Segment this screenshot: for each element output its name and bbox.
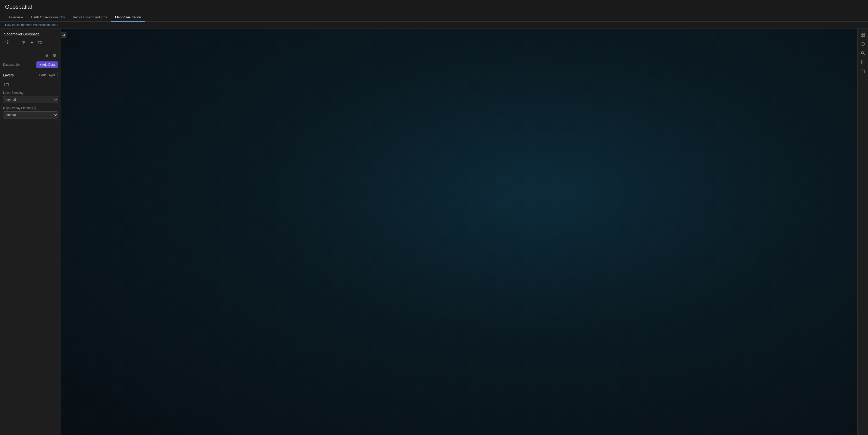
list-view-btn[interactable] bbox=[43, 52, 50, 59]
view-toggle bbox=[3, 52, 58, 59]
datasets-section: Datasets (0) + Add Data bbox=[3, 61, 58, 68]
list-tool-button[interactable] bbox=[859, 58, 867, 66]
svg-rect-124 bbox=[862, 52, 863, 54]
lightning-tab-icon[interactable] bbox=[28, 39, 36, 47]
svg-rect-125 bbox=[861, 61, 862, 62]
svg-rect-118 bbox=[863, 35, 865, 36]
grid-view-btn[interactable] bbox=[51, 52, 58, 59]
map-background bbox=[61, 29, 857, 435]
sidebar-icon-tabs bbox=[0, 39, 61, 49]
tabs-nav: Overview Earth Observation jobs Vector E… bbox=[5, 13, 863, 21]
filter-tab-icon[interactable] bbox=[20, 39, 28, 47]
svg-rect-117 bbox=[861, 35, 863, 36]
info-bar-link[interactable]: How to use the map visualization tool bbox=[5, 23, 56, 27]
map-overlay-info-icon: i bbox=[34, 107, 37, 110]
layer-blending-select[interactable]: normal screen multiply overlay darken li… bbox=[3, 96, 58, 103]
add-data-button[interactable]: + Add Data bbox=[36, 61, 58, 68]
svg-rect-116 bbox=[863, 33, 865, 34]
tab-overview[interactable]: Overview bbox=[5, 13, 27, 22]
layer-folder-icon bbox=[3, 81, 10, 88]
sidebar: Sagemaker Geospatial bbox=[0, 29, 61, 435]
svg-line-123 bbox=[864, 54, 865, 55]
grid-tool-button[interactable] bbox=[859, 31, 867, 39]
main-layout: Sagemaker Geospatial bbox=[0, 29, 868, 435]
svg-rect-115 bbox=[861, 33, 863, 34]
tab-vector-enrichment[interactable]: Vector Enrichment jobs bbox=[69, 13, 111, 22]
sidebar-title: Sagemaker Geospatial bbox=[0, 29, 61, 39]
cube-tool-button[interactable] bbox=[859, 40, 867, 48]
svg-rect-9 bbox=[55, 56, 56, 57]
sidebar-collapse-button[interactable]: ◀ bbox=[61, 32, 66, 38]
svg-rect-6 bbox=[53, 54, 54, 55]
svg-rect-8 bbox=[53, 56, 54, 57]
search-area-tool-button[interactable] bbox=[859, 49, 867, 57]
map-overlay-blending-label: Map Overlay Blending i bbox=[3, 106, 58, 110]
layers-tab-icon[interactable] bbox=[4, 39, 11, 47]
svg-rect-127 bbox=[861, 62, 862, 63]
external-link-icon: ↗ bbox=[57, 24, 59, 27]
header: Geospatial Overview Earth Observation jo… bbox=[0, 0, 868, 22]
map-area[interactable]: ◀ bbox=[61, 29, 857, 435]
right-toolbar bbox=[857, 29, 868, 435]
app-title: Geospatial bbox=[5, 4, 863, 10]
dataset-tab-icon[interactable] bbox=[12, 39, 19, 47]
table-tool-button[interactable] bbox=[859, 67, 867, 76]
info-bar: How to use the map visualization tool ↗ bbox=[0, 22, 868, 29]
datasets-label: Datasets (0) bbox=[3, 63, 20, 66]
tab-earth-observation[interactable]: Earth Observation jobs bbox=[27, 13, 69, 22]
svg-rect-0 bbox=[14, 41, 17, 44]
sidebar-content: Datasets (0) + Add Data Layers + Add Lay… bbox=[0, 49, 61, 435]
layer-blending-section: Layer Blending normal screen multiply ov… bbox=[3, 91, 58, 121]
layers-title: Layers bbox=[3, 73, 14, 77]
layers-section: Layers + Add Layer bbox=[3, 72, 58, 78]
svg-rect-7 bbox=[55, 54, 56, 55]
map-overlay-blending-select[interactable]: normal screen multiply overlay darken li… bbox=[3, 111, 58, 118]
add-layer-button[interactable]: + Add Layer bbox=[36, 72, 58, 78]
map-tab-icon[interactable] bbox=[36, 39, 44, 47]
tab-map-visualization[interactable]: Map Visualization bbox=[111, 13, 145, 22]
layer-blending-label: Layer Blending bbox=[3, 91, 58, 94]
